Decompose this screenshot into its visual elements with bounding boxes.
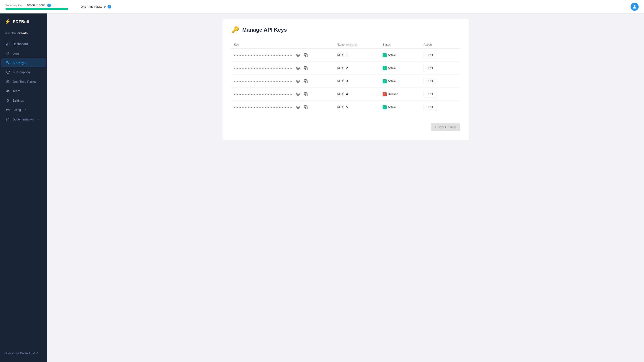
key-name-3: KEY_4 (337, 92, 348, 96)
sidebar-item-api-keys[interactable]: API Keys (1, 58, 46, 67)
status-text-1: Active (388, 66, 396, 70)
api-keys-table: Key Name (optional) Status Action ••••••… (232, 41, 460, 113)
svg-point-16 (298, 107, 298, 108)
sidebar-item-label-dashboard: Dashboard (12, 42, 28, 46)
new-api-key-button[interactable]: + New API Key (431, 123, 460, 131)
copy-key-button-0[interactable] (303, 52, 309, 58)
table-row: •••••••••••••••••••••••••••••••••••••• K… (232, 88, 460, 101)
status-badge-2: ✓ Active (382, 79, 418, 83)
copy-icon (304, 105, 308, 109)
sidebar-item-billing[interactable]: Billing ↗ (1, 105, 46, 114)
table-header: Key Name (optional) Status Action (232, 41, 460, 49)
col-header-status: Status (380, 41, 421, 49)
status-cell-3: ✕ Blocked (380, 88, 421, 101)
active-icon: ✓ (382, 79, 386, 83)
key-page-icon: 🔑 (232, 26, 239, 33)
toggle-visibility-button-3[interactable] (295, 91, 301, 97)
edit-button-3[interactable]: Edit (424, 91, 437, 97)
svg-rect-13 (306, 81, 308, 83)
sidebar-item-documentation[interactable]: Documentation ↗ (1, 115, 46, 124)
copy-icon (304, 66, 308, 70)
status-cell-2: ✓ Active (380, 75, 421, 88)
eye-icon (296, 66, 300, 70)
key-name-0: KEY_1 (337, 53, 348, 57)
svg-rect-11 (306, 68, 308, 70)
copy-key-button-4[interactable] (303, 104, 309, 110)
status-badge-1: ✓ Active (382, 66, 418, 70)
sidebar-item-logs[interactable]: Logs (1, 49, 46, 58)
billing-icon (6, 108, 10, 112)
edit-button-2[interactable]: Edit (424, 78, 437, 84)
toggle-visibility-button-4[interactable] (295, 104, 301, 110)
sidebar-item-label-billing: Billing (12, 108, 21, 112)
key-dots-1: •••••••••••••••••••••••••••••••••••••• (234, 66, 293, 70)
name-cell-0: KEY_1 (334, 49, 380, 62)
active-icon: ✓ (382, 105, 386, 109)
edit-button-4[interactable]: Edit (424, 104, 437, 110)
contact-link[interactable]: Questions? Contact us! ↗ (4, 351, 42, 355)
svg-rect-15 (306, 94, 308, 96)
progress-bar-fill (6, 8, 68, 10)
name-cell-3: KEY_4 (334, 88, 380, 101)
sidebar-item-one-time-packs[interactable]: One-Time Packs (1, 77, 46, 86)
status-cell-0: ✓ Active (380, 49, 421, 62)
table-row: •••••••••••••••••••••••••••••••••••••• K… (232, 62, 460, 75)
toggle-visibility-button-1[interactable] (295, 65, 301, 71)
svg-marker-5 (6, 80, 9, 82)
table-row: •••••••••••••••••••••••••••••••••••••• K… (232, 49, 460, 62)
eye-icon (296, 79, 300, 83)
gear-icon (6, 98, 10, 102)
status-text-2: Active (388, 79, 396, 83)
topbar-left: Recurring Plan 10000 / 10000 i One-Time … (6, 4, 111, 10)
toggle-visibility-button-2[interactable] (295, 78, 301, 84)
copy-icon (304, 92, 308, 96)
one-time-info-icon[interactable]: i (108, 5, 111, 9)
edit-button-1[interactable]: Edit (424, 65, 437, 71)
sidebar-item-label-subscription: Subscription (12, 70, 30, 74)
key-cell-3: •••••••••••••••••••••••••••••••••••••• (232, 88, 334, 101)
svg-rect-6 (6, 109, 9, 111)
topbar: Recurring Plan 10000 / 10000 i One-Time … (0, 0, 644, 14)
key-dots-4: •••••••••••••••••••••••••••••••••••••• (234, 105, 293, 109)
sidebar-item-label-one-time-packs: One-Time Packs (12, 80, 36, 83)
search-icon (6, 51, 10, 55)
key-cell-4: •••••••••••••••••••••••••••••••••••••• (232, 101, 334, 114)
sidebar-item-dashboard[interactable]: Dashboard (1, 40, 46, 49)
recurring-plan-value: 10000 / 10000 (27, 4, 45, 7)
status-text-4: Active (388, 105, 396, 109)
action-cell-4: Edit (421, 101, 460, 114)
topbar-right (630, 3, 638, 11)
sidebar-item-label-api-keys: API Keys (12, 61, 26, 65)
svg-rect-1 (8, 43, 8, 46)
toggle-visibility-button-0[interactable] (295, 52, 301, 58)
action-cell-2: Edit (421, 75, 460, 88)
table-body: •••••••••••••••••••••••••••••••••••••• K… (232, 49, 460, 114)
sidebar-item-label-settings: Settings (12, 99, 24, 102)
key-cell-0: •••••••••••••••••••••••••••••••••••••• (232, 49, 334, 62)
copy-key-button-2[interactable] (303, 78, 309, 84)
key-name-4: KEY_5 (337, 105, 348, 109)
sidebar-item-subscription[interactable]: Subscription (1, 68, 46, 77)
key-cell-2: •••••••••••••••••••••••••••••••••••••• (232, 75, 334, 88)
key-dots-2: •••••••••••••••••••••••••••••••••••••• (234, 79, 293, 83)
copy-key-button-1[interactable] (303, 65, 309, 71)
one-time-packs-section: One-Time Packs 0 i (81, 5, 111, 9)
action-cell-1: Edit (421, 62, 460, 75)
sidebar-item-label-team: Team (12, 89, 20, 93)
key-name-1: KEY_2 (337, 66, 348, 70)
svg-rect-0 (6, 44, 7, 46)
recurring-plan-label: Recurring Plan (6, 4, 23, 7)
status-badge-3: ✕ Blocked (382, 92, 418, 96)
sidebar-item-settings[interactable]: Settings (1, 96, 46, 105)
sidebar-footer: Questions? Contact us! ↗ (0, 348, 47, 358)
recurring-info-icon[interactable]: i (47, 4, 51, 7)
copy-key-button-3[interactable] (303, 91, 309, 97)
refresh-icon (6, 70, 10, 74)
lightning-icon: ⚡ (4, 19, 10, 25)
edit-button-0[interactable]: Edit (424, 52, 437, 58)
user-avatar[interactable] (630, 3, 638, 11)
sidebar: ⚡ PDFBolt Your plan: Growth Dashboard Lo… (0, 14, 47, 362)
sidebar-item-team[interactable]: Team (1, 87, 46, 96)
svg-point-12 (298, 81, 298, 82)
table-row: •••••••••••••••••••••••••••••••••••••• K… (232, 75, 460, 88)
